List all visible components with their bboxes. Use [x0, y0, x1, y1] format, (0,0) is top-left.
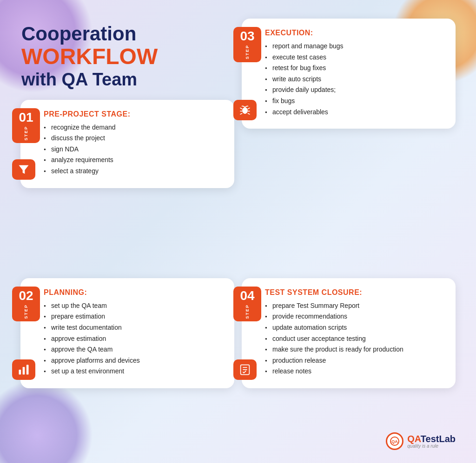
list-item: report and manage bugs — [265, 42, 445, 51]
step2-card: 02 STEP PLANNING: set up the QA team pre… — [20, 278, 234, 388]
step1-badge: 01 STEP — [12, 108, 40, 143]
svg-line-5 — [248, 108, 250, 109]
step2-number: 02 — [19, 289, 33, 302]
svg-line-4 — [240, 108, 243, 109]
svg-point-11 — [245, 109, 246, 110]
step2-title: PLANNING: — [44, 288, 224, 297]
step3-card: 03 STEP EXECUTION: report and manage bug… — [242, 19, 456, 129]
step1-number: 01 — [19, 111, 33, 124]
logo-text-testlab: TestLab — [421, 434, 456, 444]
list-item: recognize the demand — [44, 123, 224, 132]
checklist-icon — [238, 363, 251, 376]
step1-list: recognize the demand discuss the project… — [44, 123, 224, 176]
step3-label: STEP — [245, 45, 250, 59]
list-item: execute test cases — [265, 53, 445, 62]
list-item: prepare Test Summary Report — [265, 301, 445, 311]
logo-area: QA QATestLab quality is a rule — [386, 432, 456, 450]
list-item: approve platforms and devices — [44, 356, 224, 365]
title-line3-bold: QA Team — [62, 70, 138, 89]
step4-list: prepare Test Summary Report provide reco… — [265, 301, 445, 376]
step1-icon — [12, 159, 35, 180]
svg-point-3 — [242, 107, 248, 114]
step3-badge: 03 STEP — [233, 27, 261, 62]
qa-logo-icon: QA — [390, 436, 400, 446]
step3-title: EXECUTION: — [265, 29, 445, 37]
list-item: set up the QA team — [44, 301, 224, 311]
title-line1: Cooperation — [21, 23, 238, 45]
list-item: retest for bug fixes — [265, 64, 445, 73]
list-item: approve the QA team — [44, 345, 224, 354]
step2-icon — [12, 359, 35, 380]
list-item: write auto scripts — [265, 75, 445, 84]
step3-number: 03 — [240, 30, 254, 43]
chart-icon — [17, 363, 30, 376]
logo-text: QATestLab — [407, 434, 456, 443]
title-line2: WORKFLOW — [21, 45, 238, 69]
svg-text:QA: QA — [392, 439, 398, 444]
list-item: provide daily updates; — [265, 85, 445, 95]
logo-tagline: quality is a rule — [407, 443, 456, 449]
list-item: prepare estimation — [44, 312, 224, 321]
bug-icon — [238, 104, 251, 117]
title-line3: with QA Team — [21, 69, 238, 91]
step1-label: STEP — [24, 126, 28, 141]
step4-badge: 04 STEP — [233, 287, 261, 322]
svg-rect-2 — [26, 365, 29, 374]
list-item: discuss the project — [44, 134, 224, 143]
step3-icon — [233, 100, 257, 120]
step4-icon — [233, 359, 257, 380]
step1-title: PRE-PROJECT STAGE: — [44, 110, 224, 118]
logo-text-qa: QA — [407, 434, 421, 444]
step4-number: 04 — [240, 289, 254, 302]
main-container: Cooperation WORKFLOW with QA Team 01 STE… — [0, 0, 476, 463]
svg-rect-1 — [23, 367, 25, 374]
svg-point-10 — [244, 109, 245, 110]
list-item: conduct user acceptance testing — [265, 334, 445, 344]
step2-list: set up the QA team prepare estimation wr… — [44, 301, 224, 376]
step4-card: 04 STEP TEST SYSTEM CLOSURE: prepare Tes… — [242, 278, 456, 388]
list-item: fix bugs — [265, 97, 445, 106]
logo-icon: QA — [386, 432, 403, 450]
svg-rect-0 — [19, 370, 21, 375]
step1-card: 01 STEP PRE-PROJECT STAGE: recognize the… — [20, 100, 234, 188]
logo-text-wrap: QATestLab quality is a rule — [407, 434, 456, 449]
step2-label: STEP — [24, 304, 28, 319]
list-item: update automation scripts — [265, 323, 445, 333]
step4-label: STEP — [245, 304, 250, 319]
step3-list: report and manage bugs execute test case… — [265, 42, 445, 117]
svg-line-9 — [248, 113, 250, 114]
list-item: release notes — [265, 367, 445, 376]
list-item: approve estimation — [44, 334, 224, 344]
list-item: analyze requirements — [44, 156, 224, 165]
list-item: select a strategy — [44, 167, 224, 176]
list-item: make sure the product is ready for produ… — [265, 345, 445, 354]
funnel-icon — [17, 163, 30, 176]
list-item: accept deliverables — [265, 108, 445, 117]
title-area: Cooperation WORKFLOW with QA Team — [17, 19, 238, 100]
list-item: write test documentation — [44, 323, 224, 333]
step2-badge: 02 STEP — [12, 287, 40, 322]
list-item: production release — [265, 356, 445, 365]
list-item: sign NDA — [44, 145, 224, 154]
title-line3-prefix: with — [21, 70, 62, 89]
step4-title: TEST SYSTEM CLOSURE: — [265, 288, 445, 297]
svg-line-8 — [240, 113, 243, 114]
list-item: set up a test environment — [44, 367, 224, 376]
list-item: provide recommendations — [265, 312, 445, 321]
